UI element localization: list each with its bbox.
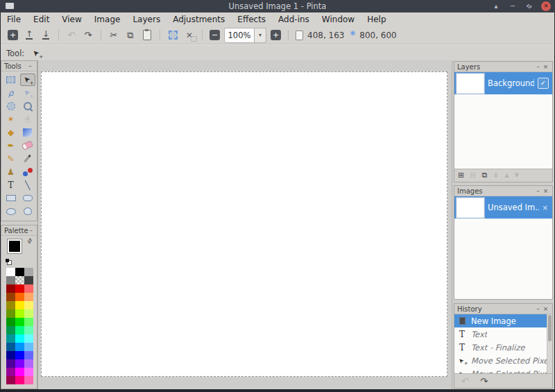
history-item[interactable]: ➤Move Selected Pixels bbox=[454, 354, 552, 367]
palette-swatch[interactable] bbox=[24, 276, 33, 284]
palette-swatch[interactable] bbox=[6, 359, 15, 368]
history-close-button[interactable]: × bbox=[542, 305, 549, 313]
menu-add-ins[interactable]: Add-ins bbox=[272, 12, 316, 26]
palette-swatch[interactable] bbox=[24, 376, 33, 384]
image-close-icon[interactable]: × bbox=[543, 204, 548, 212]
palette-swatch[interactable] bbox=[6, 343, 15, 351]
palette-swatch[interactable] bbox=[24, 368, 33, 376]
palette-swatch[interactable] bbox=[24, 309, 33, 318]
palette-swatch[interactable] bbox=[6, 376, 15, 384]
history-redo-button[interactable]: ↷ bbox=[480, 376, 488, 386]
palette-swatch[interactable] bbox=[6, 293, 15, 301]
move-selected-pixels-tool[interactable]: ➤ bbox=[20, 74, 35, 86]
palette-swatch[interactable] bbox=[24, 318, 33, 326]
eraser-tool[interactable] bbox=[20, 139, 35, 152]
menu-effects[interactable]: Effects bbox=[231, 12, 272, 26]
palette-swatch[interactable] bbox=[6, 301, 15, 309]
palette-swatch[interactable] bbox=[24, 284, 33, 293]
crop-to-selection-button[interactable] bbox=[164, 28, 181, 43]
new-image-button[interactable]: + bbox=[8, 30, 18, 40]
zoom-dropdown-button[interactable]: ▾ bbox=[255, 28, 266, 43]
palette-swatch[interactable] bbox=[15, 351, 24, 359]
text-tool[interactable]: T bbox=[3, 179, 19, 191]
images-minimize-button[interactable]: – bbox=[534, 187, 542, 195]
minimize-window-button[interactable]: − bbox=[504, 1, 521, 12]
history-scrollbar-thumb[interactable] bbox=[548, 315, 552, 341]
zoom-tool[interactable] bbox=[20, 100, 35, 112]
maximize-window-button[interactable]: ⇄ bbox=[521, 1, 538, 12]
palette-swatch[interactable] bbox=[15, 376, 24, 384]
palette-swatch[interactable] bbox=[6, 326, 15, 334]
layer-visible-checkbox[interactable]: ✓ bbox=[538, 78, 549, 89]
undo-button[interactable]: ↶ bbox=[63, 28, 80, 43]
paste-button[interactable] bbox=[139, 28, 155, 43]
zoom-out-button[interactable]: − bbox=[210, 30, 220, 40]
palette-swatch[interactable] bbox=[6, 368, 15, 376]
palette-swatch[interactable] bbox=[6, 334, 15, 343]
palette-swatch[interactable] bbox=[15, 326, 24, 334]
zoom-in-button[interactable]: + bbox=[271, 30, 281, 40]
move-selection-tool[interactable]: ➤ bbox=[20, 87, 35, 99]
history-item[interactable]: TText - Finalize bbox=[454, 341, 552, 354]
palette-swatch[interactable] bbox=[24, 351, 33, 359]
menu-edit[interactable]: Edit bbox=[27, 12, 56, 26]
move-layer-down-button[interactable]: ▼ bbox=[515, 171, 519, 180]
history-undo-button[interactable]: ↶ bbox=[461, 376, 469, 386]
gradient-tool[interactable] bbox=[20, 126, 35, 139]
freeform-shape-tool[interactable] bbox=[20, 205, 35, 218]
palette-swatch[interactable] bbox=[6, 276, 15, 284]
palette-swatch[interactable] bbox=[6, 309, 15, 318]
pencil-tool[interactable]: ✎ bbox=[3, 153, 19, 165]
palette-swatch[interactable] bbox=[15, 359, 24, 368]
palette-swatch[interactable] bbox=[6, 318, 15, 326]
menu-file[interactable]: File bbox=[1, 12, 27, 26]
delete-layer-button[interactable]: ⊟ bbox=[470, 171, 476, 180]
layers-close-button[interactable]: × bbox=[542, 62, 549, 71]
menu-adjustments[interactable]: Adjustments bbox=[166, 12, 231, 26]
canvas[interactable] bbox=[41, 71, 447, 377]
palette-swatch[interactable] bbox=[24, 293, 33, 301]
layers-minimize-button[interactable]: – bbox=[534, 62, 542, 71]
pan-tool[interactable]: ☝ bbox=[20, 113, 35, 126]
ellipse-tool[interactable] bbox=[3, 205, 19, 218]
palette-swatch[interactable] bbox=[15, 368, 24, 376]
rectangle-select-tool[interactable] bbox=[3, 74, 19, 86]
palette-swatch[interactable] bbox=[6, 268, 15, 276]
clone-stamp-tool[interactable]: ♟ bbox=[3, 166, 19, 178]
palette-swatch[interactable] bbox=[15, 334, 24, 343]
deselect-all-button[interactable]: ✕ bbox=[181, 28, 198, 43]
swap-colors-icon[interactable]: ⇄ bbox=[26, 237, 34, 245]
rectangle-tool[interactable] bbox=[3, 192, 19, 205]
images-close-button[interactable]: × bbox=[542, 187, 549, 195]
palette-swatch[interactable] bbox=[15, 293, 24, 301]
palette-swatch[interactable] bbox=[24, 359, 33, 368]
paintbrush-tool[interactable]: ✒ bbox=[3, 139, 19, 152]
palette-swatch[interactable] bbox=[15, 318, 24, 326]
history-scrollbar[interactable] bbox=[547, 314, 552, 373]
history-item[interactable]: New Image bbox=[454, 314, 552, 327]
palette-swatch[interactable] bbox=[6, 351, 15, 359]
magic-wand-tool[interactable]: ✶ bbox=[3, 113, 19, 126]
paint-bucket-tool[interactable]: ◆ bbox=[3, 126, 19, 139]
copy-button[interactable]: ⧉ bbox=[122, 28, 139, 43]
palette-swatch[interactable] bbox=[15, 301, 24, 309]
palette-swatch[interactable] bbox=[24, 268, 33, 276]
palette-swatch[interactable] bbox=[6, 284, 15, 293]
rounded-rectangle-tool[interactable] bbox=[20, 192, 35, 205]
palette-swatch[interactable] bbox=[15, 309, 24, 318]
history-minimize-button[interactable]: – bbox=[534, 305, 542, 313]
move-layer-up-button[interactable]: ▲ bbox=[505, 171, 509, 180]
recolor-tool[interactable] bbox=[20, 166, 35, 178]
menu-help[interactable]: Help bbox=[361, 12, 392, 26]
history-item[interactable]: ➤Move Selected Pixels bbox=[454, 367, 552, 373]
lasso-select-tool[interactable]: ρ bbox=[3, 87, 19, 99]
close-window-button[interactable]: ✕ bbox=[541, 1, 551, 11]
tools-minimize-button[interactable]: – bbox=[26, 62, 34, 70]
titlebar[interactable]: Unsaved Image 1 - Pinta ▴ − ⇄ ✕ bbox=[0, 0, 555, 12]
shade-window-button[interactable]: ▴ bbox=[488, 1, 504, 12]
merge-layer-down-button[interactable]: ↡ bbox=[493, 171, 499, 180]
primary-color-swatch[interactable] bbox=[7, 239, 22, 254]
cut-button[interactable]: ✂ bbox=[105, 28, 122, 43]
add-layer-button[interactable]: ⊞ bbox=[458, 171, 464, 180]
palette-swatch[interactable] bbox=[24, 326, 33, 334]
